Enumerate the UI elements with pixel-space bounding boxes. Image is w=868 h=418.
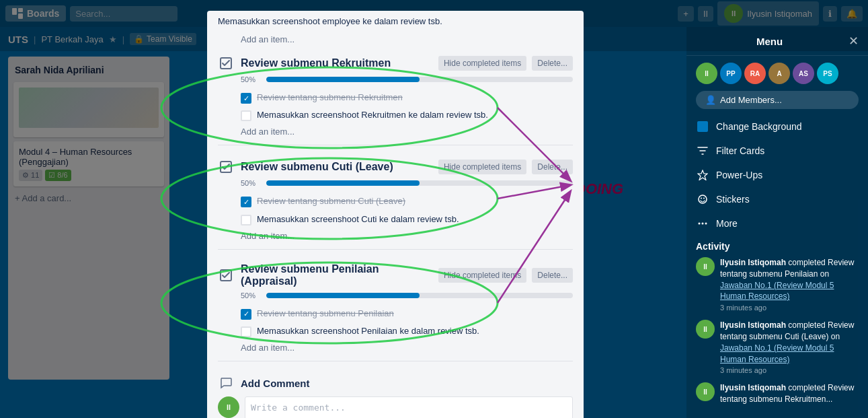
checklist-3-bar-fill <box>266 293 420 298</box>
filter-cards-item[interactable]: Filter Cards <box>686 139 868 163</box>
checklist-1-icon <box>218 55 234 71</box>
members-row: II PP RA A AS PS <box>686 56 868 91</box>
modal-top-item: Memasukkan screenshoot employee ke dalam… <box>207 11 584 32</box>
activity-avatar-2: II <box>696 320 715 339</box>
change-background-item[interactable]: Change Background <box>686 114 868 139</box>
activity-text-2: Ilyusin Istiqomah completed Review tenta… <box>720 320 859 365</box>
more-item[interactable]: More <box>686 211 868 236</box>
checklist-1-header: Review submenu Rekruitmen Hide completed… <box>218 55 573 71</box>
checklist-1-item-2: Memasukkan screenshoot Rekruitmen ke dal… <box>218 106 573 124</box>
activity-link-1[interactable]: Jawaban No.1 (Review Modul 5 Human Resou… <box>720 281 834 302</box>
checklist-3-bar-bg <box>266 293 573 298</box>
checklist-3-icon <box>218 267 234 283</box>
stickers-icon <box>696 193 709 206</box>
background-icon <box>696 120 709 133</box>
modal-inner: Memasukkan screenshoot employee ke dalam… <box>207 11 584 418</box>
modal: Memasukkan screenshoot employee ke dalam… <box>207 0 584 418</box>
divider-2 <box>218 249 573 250</box>
checklist-3-checkbox-2[interactable] <box>241 326 251 337</box>
svg-point-11 <box>705 223 707 225</box>
checklist-1-checkbox-2[interactable] <box>241 110 251 121</box>
checklist-3-item-2: Memasukkan screenshoot Penilaian ke dala… <box>218 322 573 340</box>
comment-title: Add Comment <box>241 378 310 389</box>
comment-header: Add Comment <box>218 375 573 391</box>
checklist-1-bar-fill <box>266 77 420 82</box>
activity-link-2[interactable]: Jawaban No.1 (Review Modul 5 Human Resou… <box>720 343 834 364</box>
delete-3-button[interactable]: Delete... <box>532 268 573 283</box>
activity-avatar-3: II <box>696 382 715 401</box>
checklist-3-progress-row: 50% <box>218 291 573 300</box>
more-label: More <box>716 218 738 229</box>
member-AS[interactable]: AS <box>793 63 814 84</box>
svg-point-9 <box>699 223 701 225</box>
checklist-icon-svg <box>220 57 232 69</box>
checklist-icon-3-svg <box>220 269 232 281</box>
divider-3 <box>218 361 573 361</box>
checklist-3-title: Review submenu Penilaian (Appraisal) <box>241 263 432 287</box>
add-comment-section: Add Comment II <box>207 367 584 418</box>
add-members-button[interactable]: 👤 Add Members... <box>696 91 859 109</box>
activity-text-1: Ilyusin Istiqomah completed Review tenta… <box>720 257 859 302</box>
checklist-penilaian: Review submenu Penilaian (Appraisal) Hid… <box>207 255 584 355</box>
activity-item-2: II Ilyusin Istiqomah completed Review te… <box>696 320 859 374</box>
delete-2-button[interactable]: Delete... <box>532 160 573 174</box>
menu-title: Menu <box>696 36 843 47</box>
add-members-label: Add Members... <box>720 95 782 105</box>
checklist-2-actions: Hide completed items Delete... <box>438 160 573 174</box>
checklist-2-add-item[interactable]: Add an item... <box>218 228 573 244</box>
power-ups-item[interactable]: Power-Ups <box>686 163 868 187</box>
filter-icon <box>696 144 709 158</box>
filter-cards-label: Filter Cards <box>716 145 764 156</box>
checklist-1-item-1: Review tentang submenu Rekruitmen <box>218 89 573 106</box>
checklist-1-text-1: Review tentang submenu Rekruitmen <box>257 92 403 104</box>
delete-1-button[interactable]: Delete... <box>532 56 573 71</box>
checklist-2-pct: 50% <box>241 179 261 187</box>
hide-completed-1-button[interactable]: Hide completed items <box>438 56 526 71</box>
member-PP[interactable]: PP <box>720 63 742 84</box>
member-A[interactable]: A <box>768 63 790 84</box>
checklist-rekruitmen: Review submenu Rekruitmen Hide completed… <box>207 47 584 139</box>
hide-completed-2-button[interactable]: Hide completed items <box>438 160 526 174</box>
member-RA[interactable]: RA <box>744 63 766 84</box>
checklist-3-checkbox-1[interactable] <box>241 309 251 320</box>
activity-avatar-1: II <box>696 257 715 276</box>
checklist-2-text-2: Memasukkan screenshoot Cuti ke dalam rev… <box>257 213 459 225</box>
hide-completed-3-button[interactable]: Hide completed items <box>438 268 526 283</box>
checklist-1-add-item[interactable]: Add an item... <box>218 124 573 139</box>
right-sidebar: Menu ✕ II PP RA A AS PS 👤 Add Members...… <box>686 27 868 418</box>
close-sidebar-button[interactable]: ✕ <box>849 34 859 48</box>
power-ups-icon <box>696 168 709 182</box>
comment-icon <box>218 375 234 391</box>
activity-time-2: 3 minutes ago <box>720 366 859 374</box>
checklist-2-bar-fill <box>266 180 420 186</box>
member-II[interactable]: II <box>696 63 717 84</box>
svg-point-7 <box>701 198 702 199</box>
checklist-2-checkbox-2[interactable] <box>241 215 251 225</box>
stickers-item[interactable]: Stickers <box>686 187 868 211</box>
member-PS[interactable]: PS <box>817 63 838 84</box>
checklist-2-progress-row: 50% <box>218 179 573 187</box>
activity-time-1: 3 minutes ago <box>720 304 859 312</box>
add-item-top-button[interactable]: Add an item... <box>207 32 584 47</box>
checklist-3-item-1: Review tentang submenu Penilaian <box>218 305 573 322</box>
checklist-3-add-item[interactable]: Add an item... <box>218 340 573 355</box>
checklist-2-header: Review submenu Cuti (Leave) Hide complet… <box>218 159 573 175</box>
stickers-label: Stickers <box>716 194 750 205</box>
comment-avatar: II <box>218 396 239 418</box>
checklist-icon-2-svg <box>220 161 232 173</box>
comment-input-row: II <box>218 396 573 418</box>
checklist-1-title: Review submenu Rekruitmen <box>241 57 432 69</box>
activity-user-2: Ilyusin Istiqomah <box>720 320 786 330</box>
activity-user-3: Ilyusin Istiqomah <box>720 383 786 392</box>
svg-point-10 <box>702 223 704 225</box>
checklist-cuti: Review submenu Cuti (Leave) Hide complet… <box>207 151 584 243</box>
comment-input[interactable] <box>245 396 573 418</box>
checklist-3-pct: 50% <box>241 291 261 300</box>
checklist-3-text-1: Review tentang submenu Penilaian <box>257 308 394 320</box>
checklist-2-item-2: Memasukkan screenshoot Cuti ke dalam rev… <box>218 211 573 228</box>
checklist-2-checkbox-1[interactable] <box>241 197 251 207</box>
comment-icon-svg <box>220 377 232 389</box>
checklist-2-title: Review submenu Cuti (Leave) <box>241 161 432 173</box>
activity-item-3: II Ilyusin Istiqomah completed Review te… <box>696 382 859 405</box>
checklist-1-checkbox-1[interactable] <box>241 93 251 104</box>
